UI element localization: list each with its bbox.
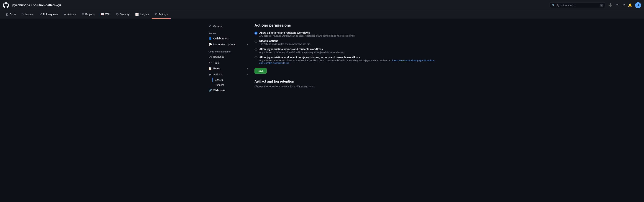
search-placeholder: Type / to search [557, 4, 599, 7]
rules-icon: 📋 [208, 67, 212, 70]
sidebar-branches-label: Branches [213, 55, 224, 58]
breadcrumb-separator: / [31, 4, 32, 7]
radio-allow-all[interactable] [254, 32, 258, 35]
radio-allow-select-label: Allow jayachristina, and select non-jaya… [259, 56, 438, 59]
tab-actions-label: Actions [67, 13, 76, 16]
sidebar-subitem-general[interactable]: General [212, 77, 250, 82]
radio-disable-desc: The Actions tab is hidden and no workflo… [259, 43, 311, 45]
sidebar: ⚙ General Access 👤 Collaborators 💬 Moder… [206, 23, 254, 93]
breadcrumb-repo[interactable]: solution-pattern-xyz [33, 4, 62, 7]
save-button[interactable]: Save [254, 68, 267, 74]
tab-security[interactable]: 🛡 Security [113, 11, 132, 19]
radio-allow-select[interactable] [254, 56, 258, 59]
sidebar-rules-label: Rules [213, 67, 220, 70]
radio-disable-content: Disable actions The Actions tab is hidde… [259, 39, 311, 45]
sidebar-item-actions[interactable]: ▶ Actions ▴ [206, 71, 250, 77]
radio-option-allow-select: Allow jayachristina, and select non-jaya… [254, 56, 438, 64]
notification-icon[interactable]: 🔔 [628, 3, 632, 7]
learn-more-link[interactable]: Learn more about allowing specific actio… [259, 59, 434, 64]
insights-icon: 📈 [135, 13, 139, 16]
settings-icon: ⚙ [155, 13, 157, 16]
radio-allow-local-desc: Any action or reusable workflow defined … [259, 51, 346, 54]
radio-option-disable: Disable actions The Actions tab is hidde… [254, 39, 438, 45]
radio-disable[interactable] [254, 40, 258, 43]
chevron-up-icon: ▴ [247, 73, 248, 76]
wiki-icon: 📖 [100, 13, 104, 16]
avatar[interactable]: J [635, 2, 641, 8]
tab-issues[interactable]: ⊙ Issues [19, 11, 36, 19]
radio-option-allow-local: Allow jayachristina actions and reusable… [254, 48, 438, 54]
artifact-section-title: Artifact and log retention [254, 80, 438, 83]
sidebar-actions-sub: General Runners [212, 77, 250, 87]
issue-icon[interactable]: ⊙ [616, 3, 618, 7]
tab-wiki[interactable]: 📖 Wiki [98, 11, 113, 19]
radio-allow-local[interactable] [254, 48, 258, 51]
permissions-radio-group: Allow all actions and reusable workflows… [254, 31, 438, 64]
sidebar-actions-label: Actions [213, 73, 222, 76]
tab-projects-label: Projects [85, 13, 95, 16]
radio-allow-all-label: Allow all actions and reusable workflows [259, 31, 355, 34]
sidebar-item-branches[interactable]: ⎇ Branches [206, 54, 250, 60]
sidebar-subitem-runners[interactable]: Runners [212, 82, 250, 87]
sidebar-tags-label: Tags [213, 61, 219, 64]
chevron-right-icon: ▾ [247, 67, 248, 70]
gear-icon: ⚙ [208, 25, 212, 28]
tab-projects[interactable]: ⊞ Projects [79, 11, 98, 19]
tab-pull-requests-label: Pull requests [43, 13, 58, 16]
tab-pull-requests[interactable]: ⎇ Pull requests [36, 11, 61, 19]
breadcrumb: jayachristina / solution-pattern-xyz [12, 4, 62, 7]
radio-allow-local-label: Allow jayachristina actions and reusable… [259, 48, 346, 51]
radio-disable-label: Disable actions [259, 39, 311, 42]
search-icon: 🔍 [552, 4, 555, 7]
code-icon: ◧ [6, 13, 8, 16]
tab-insights[interactable]: 📈 Insights [132, 11, 152, 19]
tab-wiki-label: Wiki [105, 13, 110, 16]
sidebar-item-collaborators[interactable]: 👤 Collaborators [206, 36, 250, 42]
sidebar-item-rules[interactable]: 📋 Rules ▾ [206, 65, 250, 71]
sidebar-section-access: Access [206, 29, 250, 36]
breadcrumb-user[interactable]: jayachristina [12, 4, 30, 7]
page-layout: ⚙ General Access 👤 Collaborators 💬 Moder… [203, 19, 441, 98]
plus-icon[interactable]: ➕ [608, 3, 612, 7]
main-content: Actions permissions Allow all actions an… [254, 23, 438, 93]
radio-allow-all-desc: Any action or reusable workflow can be u… [259, 35, 355, 37]
issues-icon: ⊙ [22, 13, 24, 16]
tab-code-label: Code [10, 13, 16, 16]
pullrequest-icon[interactable]: ⎇ [621, 3, 625, 7]
sidebar-subitem-general-label: General [215, 78, 223, 81]
moderation-icon: 💬 [208, 43, 212, 46]
radio-allow-all-content: Allow all actions and reusable workflows… [259, 31, 355, 37]
tab-insights-label: Insights [140, 13, 149, 16]
search-kbd: / [600, 4, 603, 7]
tab-issues-label: Issues [25, 13, 33, 16]
artifact-section-desc: Choose the repository settings for artif… [254, 85, 438, 88]
chevron-down-icon: ▾ [247, 43, 248, 46]
sidebar-item-moderation[interactable]: 💬 Moderation options ▾ [206, 42, 250, 47]
actions-icon: ▶ [64, 13, 66, 16]
radio-allow-select-desc: Any action or reusable workflow that mat… [259, 59, 438, 64]
tab-settings-label: Settings [158, 13, 168, 16]
sidebar-general-label: General [213, 25, 222, 28]
sidebar-section-code-automation: Code and automation [206, 47, 250, 54]
play-icon: ▶ [208, 73, 212, 76]
sidebar-item-tags[interactable]: 🏷 Tags [206, 60, 250, 65]
tab-settings[interactable]: ⚙ Settings [152, 11, 171, 19]
github-logo[interactable] [3, 2, 9, 8]
security-icon: 🛡 [116, 13, 119, 16]
sidebar-item-general[interactable]: ⚙ General [206, 23, 250, 29]
person-icon: 👤 [208, 37, 212, 40]
sidebar-item-webhooks[interactable]: 🔗 Webhooks [206, 87, 250, 93]
sidebar-subitem-runners-label: Runners [215, 83, 224, 86]
radio-allow-local-content: Allow jayachristina actions and reusable… [259, 48, 346, 54]
tab-actions[interactable]: ▶ Actions [61, 11, 79, 19]
page-title: Actions permissions [254, 23, 438, 28]
sidebar-webhooks-label: Webhooks [213, 89, 226, 92]
search-bar[interactable]: 🔍 Type / to search / [550, 3, 606, 8]
tab-code[interactable]: ◧ Code [3, 11, 19, 19]
topnav-actions: ➕ ⊙ ⎇ 🔔 J [608, 2, 641, 8]
pr-icon: ⎇ [39, 13, 42, 16]
branch-icon: ⎇ [208, 55, 212, 58]
sidebar-moderation-label: Moderation options [213, 43, 236, 46]
top-navbar: jayachristina / solution-pattern-xyz 🔍 T… [0, 0, 644, 11]
repo-nav: ◧ Code ⊙ Issues ⎇ Pull requests ▶ Action… [0, 11, 644, 19]
